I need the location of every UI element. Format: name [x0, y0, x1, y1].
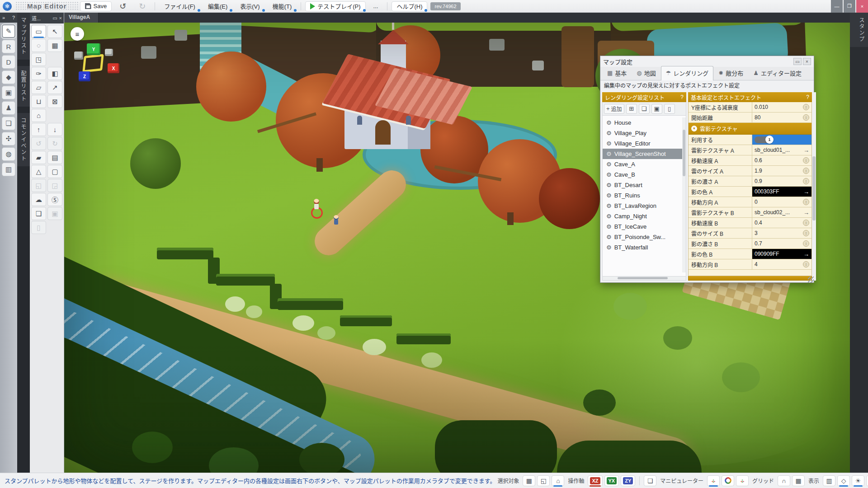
property-value[interactable]: 000303FF→	[752, 187, 811, 197]
property-value[interactable]: 0.9↕	[752, 176, 811, 186]
manipulator-rotate-button[interactable]	[722, 475, 734, 486]
gizmo-cube-z[interactable]: Z	[79, 71, 90, 81]
motion-icon[interactable]: ✣	[2, 132, 15, 145]
shovel-x-tool[interactable]: ⊠	[47, 95, 62, 108]
map-tab-villagea[interactable]: VillageA	[64, 13, 99, 23]
viewport-menu-icon[interactable]: ≡	[71, 27, 84, 41]
list-item[interactable]: ⚙House	[603, 117, 686, 128]
bucket-tool[interactable]: ◧	[47, 67, 62, 80]
send-back-tool[interactable]: ◱	[31, 179, 46, 192]
manipulator-scale-button[interactable]: ↔↕	[736, 475, 749, 486]
view-tiles-button[interactable]: ▥	[823, 475, 835, 486]
restore-button[interactable]: ❐	[844, 0, 855, 13]
slope-tool[interactable]: ▰	[31, 151, 46, 164]
select-grid-tool[interactable]: ▦	[47, 39, 62, 52]
close-icon[interactable]: ×	[803, 58, 811, 65]
property-value[interactable]: sb_cloud01_...→	[752, 145, 811, 155]
view-camera-button[interactable]: ◉	[866, 475, 868, 486]
plateau-tool[interactable]: ▢	[47, 165, 62, 178]
minimize-button[interactable]: —	[831, 0, 843, 13]
property-value[interactable]: 1.9↕	[752, 166, 811, 176]
property-value[interactable]: 0.7↕	[752, 239, 811, 249]
select-circle-tool[interactable]: ◌	[31, 39, 46, 52]
list-item[interactable]: ⚙BT_IceCave	[603, 221, 686, 232]
panel-titlebar[interactable]: マップ設定 ▭ ×	[600, 56, 814, 67]
list-item[interactable]: ⚙BT_LavaRegion	[603, 201, 686, 211]
axis-xz-button[interactable]: XZ	[588, 475, 602, 486]
list-item[interactable]: ⚙Cave_A	[603, 159, 686, 169]
tab-レンダリング[interactable]: ☂レンダリング	[661, 66, 714, 80]
bring-front-tool[interactable]: ◲	[47, 179, 62, 192]
character-icon[interactable]: ♟	[2, 101, 15, 115]
sidebar-tab-配置リスト[interactable]: 配置リスト	[17, 66, 30, 107]
select-target-terrain-button[interactable]: ▦	[523, 475, 535, 486]
select-free-tool[interactable]: ↖	[47, 25, 62, 38]
help-icon[interactable]: ?	[680, 94, 684, 100]
list-item[interactable]: ⚙BT_Poisonde_Sw...	[603, 232, 686, 242]
list-item[interactable]: ⚙Cave_B	[603, 169, 686, 180]
pin-icon[interactable]: ▭	[793, 58, 802, 65]
view-box-button[interactable]: ◇	[837, 475, 850, 486]
rail-header[interactable]: » ?	[0, 13, 17, 23]
help-menu[interactable]: ヘルプ(H)	[392, 1, 427, 11]
resource-icon[interactable]: R	[2, 40, 15, 53]
gizmo-cube-y[interactable]: Y	[87, 43, 100, 55]
property-value[interactable]: 3↕	[752, 228, 811, 238]
open-arrow-icon[interactable]: →	[803, 209, 809, 216]
help-icon[interactable]: ?	[12, 15, 15, 20]
picker-tool[interactable]: ↗	[47, 81, 62, 94]
menu-編集(E)[interactable]: 編集(E)	[203, 1, 232, 11]
sidebar-tab-マップリスト[interactable]: マップリスト	[17, 13, 30, 60]
delete-button[interactable]: ▯	[664, 104, 675, 114]
section-header[interactable]: ▼雲影テクスチャ	[689, 123, 811, 135]
spinner-icon[interactable]: ↕	[803, 168, 809, 174]
pen-tool[interactable]: ✑	[31, 67, 46, 80]
axis-yx-button[interactable]: YX	[604, 475, 619, 486]
paste-tool[interactable]: ▣	[47, 207, 62, 220]
resize-grip[interactable]	[808, 277, 814, 282]
spinner-icon[interactable]: ↕	[803, 230, 809, 236]
view-gizmo[interactable]: ≡ Y X Z	[71, 27, 125, 86]
list-item[interactable]: ⚙Village_Editor	[603, 138, 686, 149]
spinner-icon[interactable]: ↕	[803, 220, 809, 226]
property-value[interactable]: 090909FF→	[752, 249, 811, 259]
spray-tool[interactable]: ☁	[31, 193, 46, 206]
snap-magnet-button[interactable]: ∩	[778, 475, 790, 486]
event-flow-icon[interactable]: ❏	[2, 117, 15, 130]
open-arrow-icon[interactable]: →	[803, 147, 809, 154]
redo-button[interactable]: ↻	[134, 1, 151, 11]
grid-toggle-button[interactable]: ▦	[792, 475, 805, 486]
manipulator-move-button[interactable]: ↔↕	[707, 475, 720, 486]
add-button[interactable]: +追加	[604, 104, 624, 114]
rotate-ccw-tool[interactable]: ↺	[31, 137, 46, 150]
tab-地図[interactable]: ◍地図	[632, 66, 660, 80]
spinner-icon[interactable]: ↕	[803, 199, 809, 205]
map-edit-icon[interactable]: ✎	[2, 24, 15, 38]
expand-icon[interactable]: »	[2, 15, 5, 20]
menu-表示(V)[interactable]: 表示(V)	[235, 1, 264, 11]
testplay-more-button[interactable]: ...	[368, 1, 383, 11]
database-icon[interactable]: D	[2, 55, 15, 69]
monitor-icon[interactable]: ▣	[2, 86, 15, 99]
tab-敵分布[interactable]: ✸敵分布	[713, 66, 748, 80]
building-tool[interactable]: ⌂	[31, 109, 46, 122]
property-value[interactable]: sb_cloud02_...→	[752, 207, 811, 217]
new-folder-button[interactable]: ⊞	[626, 104, 637, 114]
tab-stamp[interactable]: スタンプ	[850, 13, 868, 47]
menu-機能(T)[interactable]: 機能(T)	[268, 1, 297, 11]
gizmo-cube-x[interactable]: X	[108, 63, 119, 73]
property-value[interactable]: 0↕	[752, 197, 811, 207]
property-value[interactable]: 80↕	[752, 113, 811, 122]
raise-terrain-tool[interactable]: ↑	[31, 123, 46, 136]
select-target-buildings-button[interactable]: ⌂	[552, 475, 564, 486]
testplay-button[interactable]: テストプレイ(P)	[305, 1, 365, 11]
view-light-button[interactable]: ☀	[852, 475, 864, 486]
spinner-icon[interactable]: ↕	[803, 178, 809, 184]
pin-icon[interactable]: ▭	[52, 15, 57, 21]
layer-mode-button[interactable]: ❏	[644, 475, 656, 486]
coin-tool[interactable]: Ⓢ	[47, 193, 62, 206]
lower-terrain-tool[interactable]: ↓	[47, 123, 62, 136]
copy-button[interactable]: ❏	[639, 104, 650, 114]
list-hscrollbar[interactable]	[602, 277, 686, 281]
close-icon[interactable]: ×	[59, 15, 62, 21]
